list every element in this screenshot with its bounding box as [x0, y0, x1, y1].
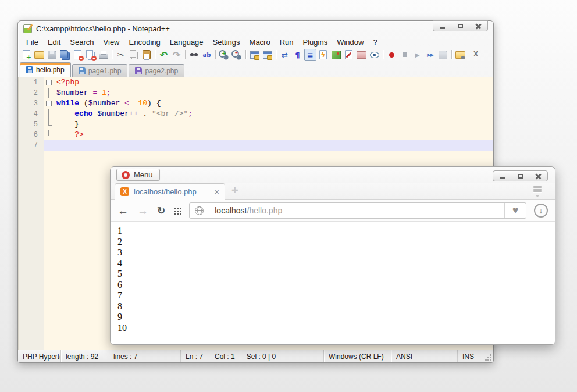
code-text: <?php [54, 77, 79, 88]
fold-marker[interactable] [44, 119, 54, 130]
menu-plugins[interactable]: Plugins [298, 38, 333, 47]
play-macro-button[interactable] [411, 49, 423, 61]
doc-tab-label: page1.php [88, 67, 122, 75]
stop-macro-button[interactable] [398, 49, 411, 61]
doc-tab-page1-php[interactable]: page1.php [72, 64, 128, 77]
output-line: 5 [117, 269, 555, 280]
output-line: 4 [117, 258, 555, 269]
fold-marker[interactable] [44, 130, 54, 140]
menu-search[interactable]: Search [65, 38, 98, 47]
save-all-button[interactable] [59, 49, 71, 61]
opera-titlebar[interactable]: Menu [111, 167, 555, 183]
fold-marker[interactable] [44, 98, 54, 109]
document-map-button[interactable] [330, 49, 342, 61]
downloads-button[interactable]: ↓ [534, 204, 548, 218]
close-button[interactable] [529, 171, 547, 181]
function-list-button[interactable] [343, 49, 355, 61]
forward-button[interactable]: → [137, 205, 148, 216]
status-insert-mode[interactable]: INS [458, 350, 493, 362]
reload-button[interactable]: ↻ [157, 206, 165, 216]
paste-button[interactable] [140, 49, 152, 61]
toolbar-separator [451, 50, 452, 59]
menu-file[interactable]: File [22, 38, 43, 47]
address-input[interactable]: localhost/hello.php ♥ [189, 202, 526, 219]
speed-dial-icon[interactable] [174, 208, 176, 209]
opera-menu-button[interactable]: Menu [116, 169, 160, 181]
launch-in-browser-button[interactable] [454, 49, 466, 61]
menu-language[interactable]: Language [165, 38, 208, 47]
save-button[interactable] [46, 49, 58, 61]
menu-view[interactable]: View [99, 38, 124, 47]
browser-tab-localhost[interactable]: X localhost/hello.php × [115, 183, 225, 200]
redo-button[interactable] [170, 49, 183, 61]
code-line: 3 while ($number <= 10) { [19, 98, 493, 109]
menubar-close-x[interactable]: X [473, 50, 478, 58]
resize-grip[interactable] [490, 354, 491, 356]
toolbar-separator [245, 50, 246, 59]
maximize-button[interactable] [511, 171, 529, 181]
status-lines: lines : 7 [113, 352, 137, 361]
doc-tab-hello-php[interactable]: hello.php [20, 62, 71, 77]
opera-menu-label: Menu [134, 170, 153, 179]
word-wrap-button[interactable] [279, 49, 291, 61]
record-macro-button[interactable] [386, 49, 398, 61]
tab-list-icon[interactable] [532, 186, 543, 197]
minimize-icon [500, 177, 505, 179]
notepad-titlebar[interactable]: C:\xampp\htdocs\hello.php - Notepad++ [18, 21, 493, 36]
fold-marker[interactable] [44, 88, 54, 98]
fold-marker[interactable] [44, 77, 54, 88]
menu-settings[interactable]: Settings [208, 38, 245, 47]
minimize-button[interactable] [433, 21, 451, 31]
back-button[interactable]: ← [117, 205, 129, 216]
output-line: 10 [117, 323, 555, 334]
replace-button[interactable] [201, 49, 213, 61]
minimize-button[interactable] [493, 171, 511, 181]
url-text[interactable]: localhost/hello.php [215, 206, 282, 215]
output-line: 8 [117, 301, 555, 312]
find-button[interactable] [188, 49, 200, 61]
menu-help[interactable]: ? [368, 38, 382, 47]
copy-button[interactable] [127, 49, 140, 61]
xampp-favicon: X [120, 187, 129, 196]
new-file-button[interactable] [20, 49, 33, 61]
close-button[interactable] [469, 21, 487, 31]
status-encoding[interactable]: ANSI [391, 350, 458, 362]
toolbar-separator [185, 50, 186, 59]
code-text: } [54, 119, 79, 130]
status-eol-format[interactable]: Windows (CR LF) [324, 350, 391, 362]
bookmark-heart-button[interactable]: ♥ [504, 203, 526, 218]
zoom-in-button[interactable] [218, 49, 230, 61]
folder-as-workspace-button[interactable] [355, 49, 368, 61]
menu-run[interactable]: Run [275, 38, 298, 47]
code-text: while ($number <= 10) { [54, 98, 161, 109]
user-defined-dialog-button[interactable] [317, 49, 329, 61]
menu-edit[interactable]: Edit [43, 38, 65, 47]
menu-encoding[interactable]: Encoding [124, 38, 165, 47]
menu-macro[interactable]: Macro [245, 38, 275, 47]
cut-button[interactable] [115, 49, 127, 61]
print-button[interactable] [97, 49, 109, 61]
opera-window: Menu X localhost/hello.php × + ← → ↻ [110, 166, 555, 345]
menu-window[interactable]: Window [332, 38, 368, 47]
tab-close-icon[interactable]: × [214, 187, 219, 196]
fold-marker[interactable] [44, 109, 54, 119]
fold-marker[interactable] [44, 140, 54, 151]
undo-button[interactable] [158, 49, 170, 61]
open-file-button[interactable] [33, 49, 45, 61]
browser-nav-buttons: ← → ↻ [117, 205, 181, 216]
monitoring-button[interactable] [368, 49, 380, 61]
indent-guide-button[interactable] [304, 49, 316, 61]
close-all-button[interactable] [84, 49, 97, 61]
close-button[interactable] [72, 49, 84, 61]
run-macro-multiple-button[interactable] [424, 49, 436, 61]
maximize-button[interactable] [451, 21, 469, 31]
code-line: 2 $number = 1; [19, 88, 493, 98]
sync-horizontal-scroll-button[interactable] [261, 49, 273, 61]
show-all-characters-button[interactable] [291, 49, 304, 61]
new-tab-button[interactable]: + [231, 184, 238, 197]
sync-vertical-scroll-button[interactable] [248, 49, 261, 61]
save-macro-button[interactable] [437, 49, 449, 61]
doc-tab-page2-php[interactable]: page2.php [129, 64, 184, 77]
output-line: 3 [117, 247, 555, 258]
zoom-out-button[interactable] [231, 49, 243, 61]
